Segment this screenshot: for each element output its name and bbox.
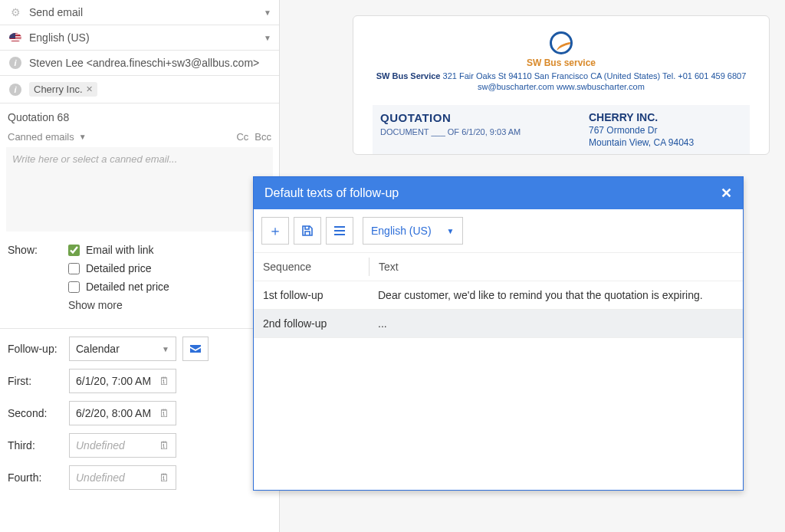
first-label: First: [8, 375, 69, 387]
second-label: Second: [8, 407, 69, 419]
subject-text: Quotation 68 [8, 111, 69, 123]
inbox-icon [189, 343, 202, 354]
customer-name: CHERRY INC. [589, 111, 742, 123]
send-email-row[interactable]: ⚙ Send email ▼ [0, 0, 279, 25]
quotation-preview: SW Bus service SW Bus Service 321 Fair O… [353, 15, 770, 155]
quotation-title: QUOTATION [380, 111, 589, 124]
first-date-value: 6/1/20, 7:00 AM [76, 375, 151, 387]
chevron-down-icon: ▼ [79, 133, 87, 141]
followup-select[interactable]: Calendar ▼ [69, 337, 176, 361]
row-seq: 1st follow-up [254, 281, 369, 309]
company-name: SW Bus Service [376, 71, 441, 80]
chevron-down-icon[interactable]: ▼ [264, 8, 271, 17]
checkbox-detailed-price[interactable] [68, 263, 80, 274]
company-address-line: SW Bus Service 321 Fair Oaks St 94110 Sa… [373, 71, 750, 80]
followup-select-value: Calendar [76, 343, 120, 355]
bcc-button[interactable]: Bcc [255, 131, 271, 143]
quotation-subtitle: DOCUMENT ___ OF 6/1/20, 9:03 AM [380, 127, 589, 136]
first-date-input[interactable]: 6/1/20, 7:00 AM 🗓 [69, 369, 176, 393]
canned-emails-label: Canned emails [8, 131, 74, 143]
list-button[interactable] [326, 217, 353, 245]
row-text: Dear customer, we'd like to remind you t… [369, 281, 743, 309]
third-date-input[interactable]: Undefined 🗓 [69, 433, 176, 458]
col-sequence: Sequence [254, 253, 369, 281]
email-body-placeholder: Write here or select a canned email... [12, 153, 177, 165]
close-icon[interactable]: ✕ [721, 185, 732, 202]
third-label: Third: [8, 439, 69, 452]
recipient-text: Steven Lee <andrea.fineschi+sw3@allbus.c… [29, 57, 271, 69]
opt-detailed-net-price[interactable]: Detailed net price [68, 281, 169, 293]
customer-addr2: Mountain View, CA 94043 [589, 137, 742, 148]
col-text: Text [370, 253, 743, 281]
subject-field[interactable]: Quotation 68 [0, 103, 279, 128]
opt-label: Email with link [86, 244, 154, 256]
send-email-label: Send email [29, 6, 264, 18]
plus-icon: ＋ [268, 222, 282, 240]
row-seq: 2nd follow-up [254, 310, 369, 337]
calendar-icon[interactable]: 🗓 [159, 375, 169, 387]
info-icon: i [8, 57, 23, 69]
customer-addr1: 767 Ormonde Dr [589, 125, 742, 136]
calendar-icon[interactable]: 🗓 [159, 407, 169, 419]
checkbox-detailed-net[interactable] [68, 281, 80, 293]
table-row[interactable]: 1st follow-up Dear customer, we'd like t… [254, 281, 743, 310]
company-tag[interactable]: Cherry Inc. ✕ [29, 82, 97, 97]
modal-language-select[interactable]: English (US) ▼ [363, 217, 463, 245]
fourth-date-input[interactable]: Undefined 🗓 [69, 465, 176, 490]
cc-button[interactable]: Cc [236, 131, 248, 143]
language-label: English (US) [29, 31, 264, 44]
calendar-icon[interactable]: 🗓 [159, 471, 169, 484]
chevron-down-icon[interactable]: ▼ [264, 34, 271, 42]
company-contact: sw@buscharter.com www.swbuscharter.com [373, 82, 750, 91]
canned-emails-dropdown[interactable]: Canned emails ▼ [8, 131, 87, 143]
chevron-down-icon: ▼ [162, 345, 169, 353]
opt-label: Detailed price [86, 262, 152, 274]
company-row[interactable]: i Cherry Inc. ✕ [0, 76, 279, 103]
followup-templates-button[interactable] [182, 337, 209, 361]
checkbox-email-link[interactable] [68, 245, 80, 256]
fourth-date-placeholder: Undefined [76, 471, 125, 484]
company-logo-icon [550, 31, 573, 54]
modal-language-value: English (US) [371, 225, 432, 237]
company-tag-label: Cherry Inc. [34, 84, 83, 95]
add-button[interactable]: ＋ [261, 217, 289, 245]
modal-title: Default texts of follow-up [264, 186, 399, 200]
list-icon [333, 225, 346, 236]
opt-label: Detailed net price [86, 281, 169, 293]
save-button[interactable] [294, 217, 321, 245]
table-row[interactable]: 2nd follow-up ... [254, 310, 743, 338]
followup-texts-modal: Default texts of follow-up ✕ ＋ English (… [253, 176, 744, 491]
calendar-icon[interactable]: 🗓 [159, 439, 169, 452]
opt-detailed-price[interactable]: Detailed price [68, 262, 169, 274]
third-date-placeholder: Undefined [76, 439, 125, 452]
followup-texts-table: Sequence Text 1st follow-up Dear custome… [254, 253, 743, 490]
chevron-down-icon: ▼ [447, 227, 455, 235]
brand-name: SW Bus service [373, 57, 750, 68]
language-row[interactable]: English (US) ▼ [0, 25, 279, 51]
second-date-input[interactable]: 6/2/20, 8:00 AM 🗓 [69, 401, 176, 425]
email-body-input[interactable]: Write here or select a canned email... [6, 147, 273, 232]
followup-label: Follow-up: [8, 343, 69, 355]
show-more-link[interactable]: Show more [68, 299, 123, 311]
remove-tag-icon[interactable]: ✕ [86, 84, 93, 94]
recipient-row[interactable]: i Steven Lee <andrea.fineschi+sw3@allbus… [0, 51, 279, 76]
info-icon: i [8, 84, 23, 96]
show-label: Show: [8, 244, 65, 256]
row-text: ... [369, 310, 743, 337]
save-icon [301, 225, 314, 237]
fourth-label: Fourth: [8, 471, 69, 484]
flag-us-icon [8, 33, 23, 42]
second-date-value: 6/2/20, 8:00 AM [76, 407, 151, 419]
gear-icon: ⚙ [8, 6, 23, 18]
company-address: 321 Fair Oaks St 94110 San Francisco CA … [443, 71, 747, 80]
opt-email-with-link[interactable]: Email with link [68, 244, 169, 256]
